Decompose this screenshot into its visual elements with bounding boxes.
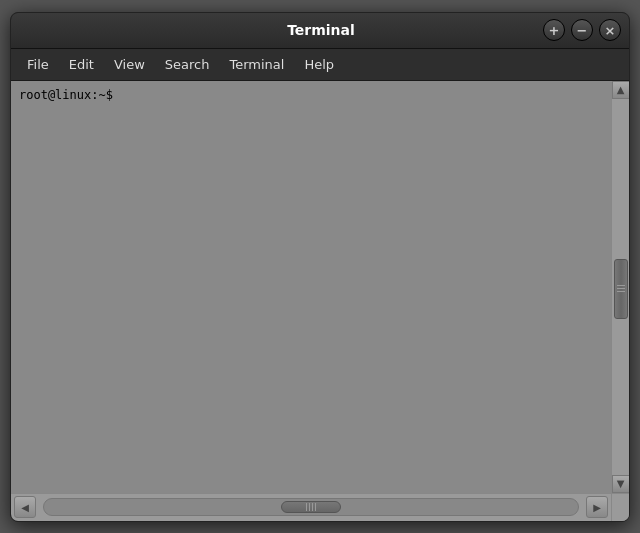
scroll-thumb-vertical[interactable] <box>614 259 628 319</box>
terminal-area[interactable]: root@linux:~$ <box>11 81 611 493</box>
menu-edit[interactable]: Edit <box>59 53 104 76</box>
grip-line-1 <box>617 285 625 286</box>
terminal-prompt: root@linux:~$ <box>11 81 611 110</box>
vertical-scrollbar: ▲ ▼ <box>611 81 629 493</box>
content-area: root@linux:~$ ▲ ▼ <box>11 81 629 493</box>
menu-file[interactable]: File <box>17 53 59 76</box>
grip-line-2 <box>617 288 625 289</box>
scroll-track-vertical <box>612 99 629 475</box>
menu-terminal[interactable]: Terminal <box>219 53 294 76</box>
window-controls: + − × <box>543 19 621 41</box>
horizontal-scrollbar: ◀ ▶ <box>11 494 611 521</box>
menu-help[interactable]: Help <box>294 53 344 76</box>
scrollbar-corner <box>611 494 629 521</box>
menu-view[interactable]: View <box>104 53 155 76</box>
close-button[interactable]: × <box>599 19 621 41</box>
scroll-thumb-grip <box>617 285 625 292</box>
scroll-left-button[interactable]: ◀ <box>14 496 36 518</box>
bottom-area: ◀ ▶ <box>11 493 629 521</box>
h-grip-line-1 <box>306 503 307 511</box>
minimize-button[interactable]: − <box>571 19 593 41</box>
h-grip-line-2 <box>309 503 310 511</box>
title-bar: Terminal + − × <box>11 13 629 49</box>
scroll-down-button[interactable]: ▼ <box>612 475 630 493</box>
terminal-window: Terminal + − × File Edit View Search Ter… <box>10 12 630 522</box>
scroll-thumb-horizontal[interactable] <box>281 501 341 513</box>
menu-bar: File Edit View Search Terminal Help <box>11 49 629 81</box>
grip-line-3 <box>617 291 625 292</box>
scroll-up-button[interactable]: ▲ <box>612 81 630 99</box>
scroll-track-horizontal <box>43 498 579 516</box>
h-grip-line-4 <box>315 503 316 511</box>
h-grip-line-3 <box>312 503 313 511</box>
window-title: Terminal <box>99 22 543 38</box>
scroll-right-button[interactable]: ▶ <box>586 496 608 518</box>
add-button[interactable]: + <box>543 19 565 41</box>
menu-search[interactable]: Search <box>155 53 220 76</box>
